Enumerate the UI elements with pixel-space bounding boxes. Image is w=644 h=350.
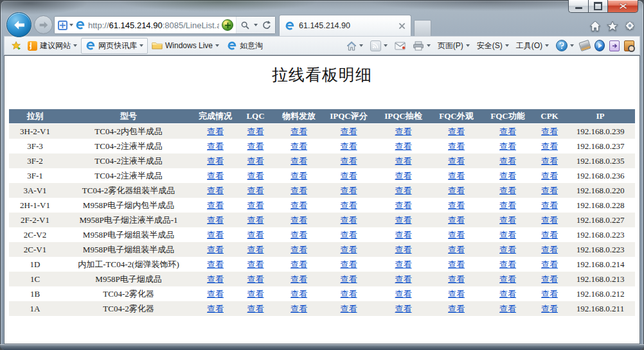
view-link[interactable]: 查看 <box>395 304 412 313</box>
view-link[interactable]: 查看 <box>341 127 357 136</box>
view-link[interactable]: 查看 <box>541 304 558 313</box>
view-link[interactable]: 查看 <box>341 141 357 151</box>
suggested-sites-caret[interactable] <box>73 44 77 47</box>
view-link[interactable]: 查看 <box>247 186 264 195</box>
view-link[interactable]: 查看 <box>499 127 516 136</box>
add-favorites-button[interactable] <box>8 39 24 53</box>
view-link[interactable]: 查看 <box>395 245 412 254</box>
view-link[interactable]: 查看 <box>291 274 307 284</box>
view-link[interactable]: 查看 <box>499 186 516 195</box>
view-link[interactable]: 查看 <box>541 215 558 225</box>
view-link[interactable]: 查看 <box>395 186 412 195</box>
view-link[interactable]: 查看 <box>247 245 264 254</box>
forward-button[interactable] <box>34 15 53 34</box>
print-button[interactable] <box>411 40 432 52</box>
view-link[interactable]: 查看 <box>291 186 307 195</box>
view-link[interactable]: 查看 <box>395 141 412 151</box>
addon-globe-button[interactable] <box>595 40 605 51</box>
view-link[interactable]: 查看 <box>247 304 264 313</box>
view-link[interactable]: 查看 <box>395 274 412 284</box>
view-link[interactable]: 查看 <box>291 245 307 254</box>
addon-translate-button[interactable] <box>609 40 620 51</box>
addon-card-button[interactable] <box>580 40 590 51</box>
view-link[interactable]: 查看 <box>541 141 558 151</box>
favicon-dropdown-caret[interactable] <box>69 24 73 26</box>
view-link[interactable]: 查看 <box>499 259 516 269</box>
browser-tab[interactable]: 61.145.214.90 <box>279 15 411 36</box>
view-link[interactable]: 查看 <box>499 171 516 180</box>
feeds-button[interactable] <box>369 39 389 53</box>
view-link[interactable]: 查看 <box>247 141 264 151</box>
search-dropdown-caret[interactable] <box>254 24 258 26</box>
search-icon[interactable] <box>240 21 250 30</box>
help-button[interactable] <box>555 39 575 53</box>
view-link[interactable]: 查看 <box>341 304 357 313</box>
favorites-item-ruyitao[interactable]: 如意淘 <box>223 39 267 53</box>
tools-gear-button[interactable] <box>624 20 636 34</box>
view-link[interactable]: 查看 <box>291 289 307 299</box>
home-menu-button[interactable] <box>345 40 364 52</box>
view-link[interactable]: 查看 <box>247 274 264 284</box>
view-link[interactable]: 查看 <box>291 304 307 313</box>
view-link[interactable]: 查看 <box>341 289 357 299</box>
view-link[interactable]: 查看 <box>541 259 558 269</box>
view-link[interactable]: 查看 <box>395 127 412 136</box>
view-link[interactable]: 查看 <box>499 215 516 225</box>
view-link[interactable]: 查看 <box>499 304 516 313</box>
view-link[interactable]: 查看 <box>448 171 465 180</box>
view-link[interactable]: 查看 <box>291 141 307 151</box>
view-link[interactable]: 查看 <box>207 274 224 284</box>
view-link[interactable]: 查看 <box>247 289 264 299</box>
view-link[interactable]: 查看 <box>207 230 224 240</box>
view-link[interactable]: 查看 <box>247 200 264 210</box>
view-link[interactable]: 查看 <box>499 156 516 166</box>
home-menu-caret[interactable] <box>359 44 363 47</box>
view-link[interactable]: 查看 <box>207 245 224 254</box>
feeds-caret[interactable] <box>384 44 388 47</box>
view-link[interactable]: 查看 <box>207 171 224 180</box>
windows-live-caret[interactable] <box>215 44 219 47</box>
view-link[interactable]: 查看 <box>395 156 412 166</box>
refresh-icon[interactable] <box>262 21 271 30</box>
view-link[interactable]: 查看 <box>448 289 465 299</box>
page-menu-button[interactable]: 页面(P) <box>436 39 471 53</box>
home-button[interactable] <box>589 21 601 34</box>
view-link[interactable]: 查看 <box>499 200 516 210</box>
view-link[interactable]: 查看 <box>207 156 224 166</box>
view-link[interactable]: 查看 <box>395 230 412 240</box>
view-link[interactable]: 查看 <box>541 230 558 240</box>
back-button[interactable] <box>6 12 31 37</box>
favorites-item-windows-live[interactable]: Windows Live <box>148 39 223 52</box>
view-link[interactable]: 查看 <box>207 200 224 210</box>
view-link[interactable]: 查看 <box>448 274 465 284</box>
view-link[interactable]: 查看 <box>541 245 558 254</box>
view-link[interactable]: 查看 <box>541 274 558 284</box>
view-link[interactable]: 查看 <box>499 245 516 254</box>
safety-menu-button[interactable]: 安全(S) <box>476 39 510 53</box>
view-link[interactable]: 查看 <box>341 245 357 254</box>
view-link[interactable]: 查看 <box>395 215 412 225</box>
favorites-item-suggested-sites[interactable]: 建议网站 <box>24 39 81 53</box>
view-link[interactable]: 查看 <box>247 215 264 225</box>
view-link[interactable]: 查看 <box>247 156 264 166</box>
addon-search-book-button[interactable] <box>624 40 634 51</box>
view-link[interactable]: 查看 <box>541 171 558 180</box>
view-link[interactable]: 查看 <box>499 274 516 284</box>
favorites-item-web-slice-gallery[interactable]: 网页快讯库 <box>81 38 148 54</box>
view-link[interactable]: 查看 <box>395 200 412 210</box>
view-link[interactable]: 查看 <box>448 230 465 240</box>
tab-close-button[interactable] <box>398 22 406 30</box>
view-link[interactable]: 查看 <box>291 156 307 166</box>
view-link[interactable]: 查看 <box>541 289 558 299</box>
view-link[interactable]: 查看 <box>247 259 264 269</box>
tools-menu-button[interactable]: 工具(O) <box>515 39 550 53</box>
view-link[interactable]: 查看 <box>291 200 307 210</box>
new-tab-button[interactable] <box>414 20 431 36</box>
maximize-button[interactable] <box>588 0 608 13</box>
view-link[interactable]: 查看 <box>341 171 357 180</box>
address-bar[interactable]: http://61.145.214.90:8085/LineList.asp <box>54 16 276 34</box>
view-link[interactable]: 查看 <box>448 245 465 254</box>
view-link[interactable]: 查看 <box>341 200 357 210</box>
view-link[interactable]: 查看 <box>448 156 465 166</box>
view-link[interactable]: 查看 <box>541 156 558 166</box>
